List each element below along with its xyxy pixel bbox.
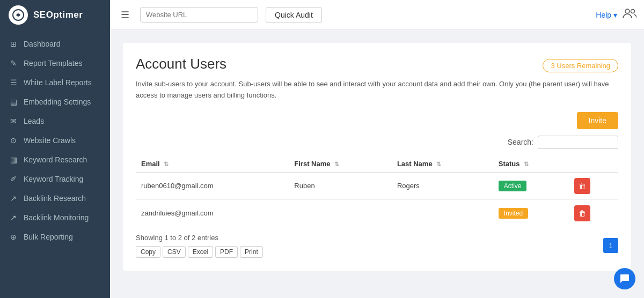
keyword-tracking-icon: ✐ bbox=[9, 175, 18, 183]
cell-email: zandriluies@gmail.com bbox=[136, 199, 289, 227]
sidebar-item-bulk-reporting[interactable]: ⊕ Bulk Reporting bbox=[0, 227, 110, 247]
chat-widget[interactable] bbox=[614, 268, 635, 289]
col-actions bbox=[569, 155, 618, 173]
sidebar-item-backlink-research[interactable]: ↗ Backlink Research bbox=[0, 189, 110, 208]
users-remaining-badge: 3 Users Remaining bbox=[543, 59, 618, 72]
content-card: Account Users 3 Users Remaining Invite s… bbox=[123, 43, 631, 271]
main-content: Account Users 3 Users Remaining Invite s… bbox=[110, 30, 644, 298]
cell-status: Active bbox=[493, 172, 569, 199]
table-footer: Showing 1 to 2 of 2 entries CopyCSVExcel… bbox=[136, 234, 618, 258]
cell-status: Invited bbox=[493, 199, 569, 227]
sidebar-item-label: Website Crawls bbox=[24, 136, 76, 145]
sidebar-item-label: Leads bbox=[24, 117, 44, 125]
sort-icon-firstname[interactable]: ⇅ bbox=[334, 161, 339, 167]
sidebar-item-embedding-settings[interactable]: ▤ Embedding Settings bbox=[0, 92, 110, 111]
logo-text: SEOptimer bbox=[33, 10, 83, 20]
delete-button[interactable]: 🗑 bbox=[574, 205, 590, 221]
topbar-right: Help ▾ bbox=[596, 8, 636, 22]
sort-icon-lastname[interactable]: ⇅ bbox=[436, 161, 441, 167]
page-description: Invite sub-users to your account. Sub-us… bbox=[136, 79, 618, 101]
delete-button[interactable]: 🗑 bbox=[574, 178, 590, 194]
hamburger-button[interactable]: ☰ bbox=[118, 7, 133, 23]
cell-actions: 🗑 bbox=[569, 199, 618, 227]
status-badge: Invited bbox=[499, 208, 528, 219]
logo-icon bbox=[9, 5, 28, 25]
crawls-icon: ⊙ bbox=[9, 136, 18, 145]
sidebar-item-keyword-research[interactable]: ▦ Keyword Research bbox=[0, 150, 110, 169]
dashboard-icon: ⊞ bbox=[9, 40, 18, 48]
sort-icon-status[interactable]: ⇅ bbox=[524, 161, 529, 167]
cell-last-name bbox=[392, 199, 493, 227]
pagination: 1 bbox=[603, 238, 618, 253]
col-email: Email ⇅ bbox=[136, 155, 289, 173]
report-templates-icon: ✎ bbox=[9, 59, 18, 68]
sidebar-item-label: Report Templates bbox=[24, 59, 82, 68]
table-row: ruben0610@gmail.com Ruben Rogers Active … bbox=[136, 172, 618, 199]
leads-icon: ✉ bbox=[9, 117, 18, 125]
url-input[interactable] bbox=[140, 7, 258, 23]
sidebar-item-label: Keyword Tracking bbox=[24, 175, 83, 183]
sidebar-item-keyword-tracking[interactable]: ✐ Keyword Tracking bbox=[0, 169, 110, 189]
invite-button[interactable]: Invite bbox=[577, 112, 618, 129]
users-table: Email ⇅ First Name ⇅ Last Name ⇅ Statu bbox=[136, 155, 618, 227]
export-buttons: CopyCSVExcelPDFPrint bbox=[136, 246, 263, 258]
entries-text: Showing 1 to 2 of 2 entries bbox=[136, 234, 263, 242]
sidebar-item-website-crawls[interactable]: ⊙ Website Crawls bbox=[0, 131, 110, 150]
sort-icon-email[interactable]: ⇅ bbox=[164, 161, 169, 167]
quick-audit-button[interactable]: Quick Audit bbox=[266, 7, 322, 23]
cell-first-name: Ruben bbox=[289, 172, 392, 199]
keyword-research-icon: ▦ bbox=[9, 155, 18, 164]
bulk-reporting-icon: ⊕ bbox=[9, 233, 18, 241]
col-last-name: Last Name ⇅ bbox=[392, 155, 493, 173]
sidebar-item-label: Bulk Reporting bbox=[24, 233, 73, 241]
svg-point-2 bbox=[631, 10, 635, 13]
sidebar-item-dashboard[interactable]: ⊞ Dashboard bbox=[0, 34, 110, 54]
sidebar-item-white-label-reports[interactable]: ☰ White Label Reports bbox=[0, 73, 110, 92]
page-1-button[interactable]: 1 bbox=[603, 238, 618, 253]
search-input[interactable] bbox=[538, 136, 618, 149]
sidebar-item-label: Embedding Settings bbox=[24, 98, 91, 106]
sidebar-item-leads[interactable]: ✉ Leads bbox=[0, 111, 110, 131]
sidebar-item-label: Backlink Monitoring bbox=[24, 213, 89, 222]
cell-last-name: Rogers bbox=[392, 172, 493, 199]
sidebar-item-label: Backlink Research bbox=[24, 194, 86, 203]
cell-actions: 🗑 bbox=[569, 172, 618, 199]
backlink-research-icon: ↗ bbox=[9, 194, 18, 203]
col-status: Status ⇅ bbox=[493, 155, 569, 173]
backlink-monitoring-icon: ↗ bbox=[9, 213, 18, 222]
invite-row: Invite bbox=[136, 112, 618, 129]
svg-point-1 bbox=[625, 9, 630, 13]
sidebar: ⊞ Dashboard ✎ Report Templates ☰ White L… bbox=[0, 30, 110, 298]
table-row: zandriluies@gmail.com Invited 🗑 bbox=[136, 199, 618, 227]
account-users-header: Account Users 3 Users Remaining bbox=[136, 56, 618, 72]
sidebar-item-report-templates[interactable]: ✎ Report Templates bbox=[0, 54, 110, 73]
cell-first-name bbox=[289, 199, 392, 227]
export-print-button[interactable]: Print bbox=[240, 246, 263, 258]
col-first-name: First Name ⇅ bbox=[289, 155, 392, 173]
sidebar-item-label: Dashboard bbox=[24, 40, 61, 48]
sidebar-item-label: Keyword Research bbox=[24, 155, 87, 164]
help-button[interactable]: Help ▾ bbox=[596, 11, 617, 19]
export-excel-button[interactable]: Excel bbox=[188, 246, 213, 258]
white-label-icon: ☰ bbox=[9, 78, 18, 87]
embedding-icon: ▤ bbox=[9, 98, 18, 106]
export-csv-button[interactable]: CSV bbox=[163, 246, 186, 258]
page-title: Account Users bbox=[136, 56, 226, 72]
account-users-icon-button[interactable] bbox=[623, 8, 636, 22]
logo-area: SEOptimer bbox=[0, 5, 110, 25]
sidebar-item-label: White Label Reports bbox=[24, 78, 92, 87]
export-copy-button[interactable]: Copy bbox=[136, 246, 160, 258]
table-footer-left: Showing 1 to 2 of 2 entries CopyCSVExcel… bbox=[136, 234, 263, 258]
export-pdf-button[interactable]: PDF bbox=[215, 246, 238, 258]
status-badge: Active bbox=[499, 181, 527, 191]
sidebar-item-backlink-monitoring[interactable]: ↗ Backlink Monitoring bbox=[0, 208, 110, 227]
search-label: Search: bbox=[508, 138, 533, 146]
topbar-content: ☰ Quick Audit Help ▾ bbox=[110, 0, 644, 30]
search-row: Search: bbox=[136, 136, 618, 149]
cell-email: ruben0610@gmail.com bbox=[136, 172, 289, 199]
